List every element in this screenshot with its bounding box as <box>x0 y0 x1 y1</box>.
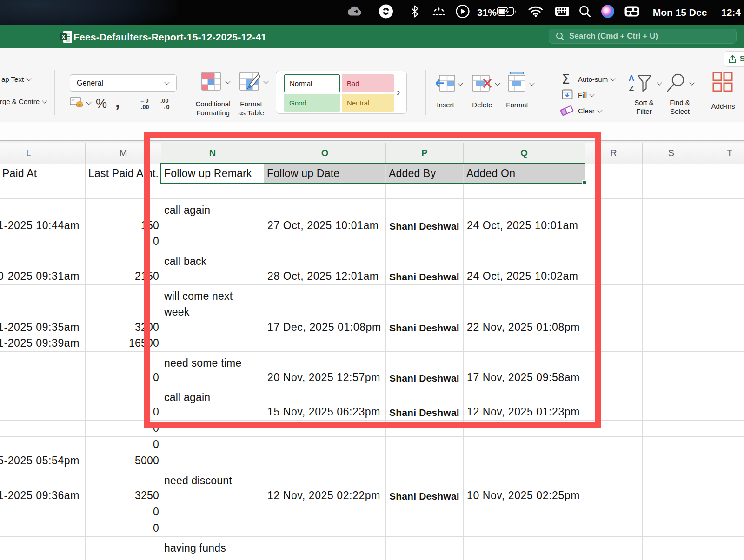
column-header-N[interactable]: N <box>161 143 264 164</box>
cell-T10[interactable] <box>700 421 744 437</box>
style-neutral[interactable]: Neutral <box>342 94 394 112</box>
cell-P6[interactable]: Shani Deshwal <box>386 285 464 336</box>
cell-N9[interactable]: call again <box>161 386 264 421</box>
cell-M1[interactable]: Last Paid Amt. <box>86 164 161 183</box>
cell-N16[interactable]: having funds <box>161 537 264 560</box>
cell-N12[interactable] <box>161 453 264 469</box>
cell-O7[interactable] <box>264 336 386 352</box>
cell-Q2[interactable] <box>464 183 585 199</box>
cell-M8[interactable]: 0 <box>86 352 161 386</box>
cell-Q7[interactable] <box>464 336 585 352</box>
cell-N6[interactable]: will come next week <box>161 285 264 336</box>
cell-L9[interactable] <box>0 386 86 421</box>
wifi-icon[interactable] <box>528 6 544 20</box>
selection-fill-handle[interactable] <box>582 180 587 185</box>
cell-R15[interactable] <box>585 520 643 537</box>
cell-T1[interactable] <box>700 164 744 183</box>
cell-M16[interactable] <box>86 537 161 560</box>
cell-S1[interactable] <box>643 164 700 183</box>
shazam-icon[interactable] <box>379 4 393 21</box>
style-bad[interactable]: Bad <box>342 74 394 92</box>
cell-S4[interactable] <box>643 234 700 250</box>
cell-M2[interactable] <box>86 183 161 199</box>
cell-P13[interactable]: Shani Deshwal <box>386 469 464 504</box>
cell-P3[interactable]: Shani Deshwal <box>386 199 464 234</box>
column-header-T[interactable]: T <box>700 143 744 164</box>
cell-O16[interactable] <box>264 537 386 560</box>
cell-N5[interactable]: call back <box>161 250 264 285</box>
cell-M4[interactable]: 0 <box>86 234 161 250</box>
keyboard-icon[interactable] <box>555 6 570 20</box>
cell-N2[interactable] <box>161 183 264 199</box>
cell-T14[interactable] <box>700 504 744 520</box>
cell-N10[interactable] <box>161 421 264 437</box>
cell-L14[interactable] <box>0 504 86 520</box>
cell-Q11[interactable] <box>464 437 585 453</box>
cell-M15[interactable]: 0 <box>86 520 161 537</box>
add-ins-button[interactable] <box>711 71 734 95</box>
cell-L16[interactable] <box>0 537 86 560</box>
autosum-button[interactable]: Auto-sum <box>578 75 615 83</box>
cell-P4[interactable] <box>386 234 464 250</box>
increase-decimal-button[interactable]: ←0.00 <box>140 98 149 111</box>
cell-O13[interactable]: 12 Nov, 2025 02:22pm <box>264 469 386 504</box>
wrap-text-button[interactable]: ap Text <box>1 75 31 83</box>
cell-O12[interactable] <box>264 453 386 469</box>
cell-N8[interactable]: need some time <box>161 352 264 386</box>
cell-S7[interactable] <box>643 336 700 352</box>
cell-S3[interactable] <box>643 199 700 234</box>
cell-Q6[interactable]: 22 Nov, 2025 01:08pm <box>464 285 585 336</box>
cell-T4[interactable] <box>700 234 744 250</box>
cell-R16[interactable] <box>585 537 643 560</box>
cell-M5[interactable]: 2150 <box>86 250 161 285</box>
cell-M11[interactable]: 0 <box>86 437 161 453</box>
cell-N13[interactable]: need discount <box>161 469 264 504</box>
cell-Q13[interactable]: 10 Nov, 2025 02:25pm <box>464 469 585 504</box>
fill-button[interactable]: Fill <box>578 91 594 99</box>
cell-R10[interactable] <box>585 421 643 437</box>
column-header-S[interactable]: S <box>643 143 700 164</box>
style-normal[interactable]: Normal <box>284 74 340 92</box>
share-button[interactable]: S <box>724 51 744 67</box>
cell-Q16[interactable] <box>464 537 585 560</box>
cell-L11[interactable] <box>0 437 86 453</box>
cell-R14[interactable] <box>585 504 643 520</box>
cell-S12[interactable] <box>643 453 700 469</box>
accounting-format-button[interactable] <box>70 96 91 111</box>
menubar-date[interactable]: Mon 15 Dec <box>653 7 707 18</box>
cell-Q3[interactable]: 24 Oct, 2025 10:01am <box>464 199 585 234</box>
cell-P5[interactable]: Shani Deshwal <box>386 250 464 285</box>
number-format-select[interactable]: General <box>70 74 177 92</box>
cell-S5[interactable] <box>643 250 700 285</box>
cell-R12[interactable] <box>585 453 643 469</box>
cell-L2[interactable] <box>0 183 86 199</box>
cell-L6[interactable]: 1-2025 09:35am <box>0 285 86 336</box>
cell-N1[interactable]: Follow up Remark <box>161 164 264 183</box>
cell-O3[interactable]: 27 Oct, 2025 10:01am <box>264 199 386 234</box>
cell-T8[interactable] <box>700 352 744 386</box>
spotlight-icon[interactable] <box>578 5 591 20</box>
cell-R11[interactable] <box>585 437 643 453</box>
cloud-icon[interactable] <box>346 6 363 20</box>
clear-button[interactable]: Clear <box>578 107 602 115</box>
cell-L12[interactable]: 5-2025 05:54pm <box>0 453 86 469</box>
format-button[interactable] <box>507 71 527 94</box>
cell-R1[interactable] <box>585 164 643 183</box>
column-header-Q[interactable]: Q <box>464 143 585 164</box>
cell-P9[interactable]: Shani Deshwal <box>386 386 464 421</box>
conditional-formatting-button[interactable] <box>201 72 223 93</box>
cell-R2[interactable] <box>585 183 643 199</box>
merge-centre-button[interactable]: rge & Centre <box>0 98 46 105</box>
cell-P11[interactable] <box>386 437 464 453</box>
menubar-time[interactable]: 12:4 <box>721 7 741 18</box>
cell-L8[interactable] <box>0 352 86 386</box>
cell-Q4[interactable] <box>464 234 585 250</box>
cell-O6[interactable]: 17 Dec, 2025 01:08pm <box>264 285 386 336</box>
cell-L3[interactable]: 1-2025 10:44am <box>0 199 86 234</box>
cell-T16[interactable] <box>700 537 744 560</box>
cell-T13[interactable] <box>700 469 744 504</box>
cell-T6[interactable] <box>700 285 744 336</box>
cell-S11[interactable] <box>643 437 700 453</box>
cell-R9[interactable] <box>585 386 643 421</box>
cell-M7[interactable]: 16500 <box>86 336 161 352</box>
